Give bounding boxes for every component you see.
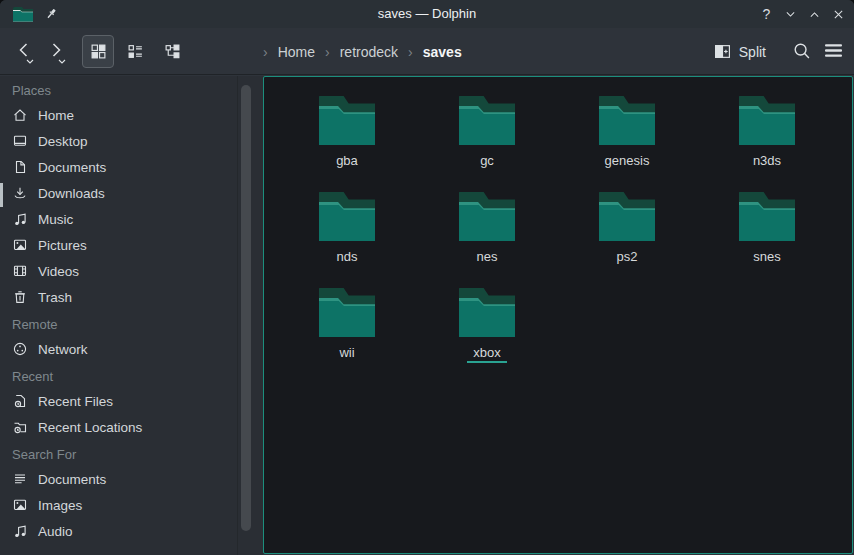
folder-label: wii (333, 345, 360, 363)
split-button-label: Split (739, 44, 766, 60)
folder-icon (739, 191, 795, 241)
close-icon (832, 8, 845, 21)
close-button[interactable] (829, 5, 848, 24)
details-view-icon (127, 43, 144, 60)
folder-label: snes (747, 249, 786, 267)
arrow-right-icon (46, 40, 66, 60)
download-icon (12, 185, 28, 201)
sidebar-item-label: Network (38, 342, 88, 357)
folder-label: n3ds (747, 153, 787, 171)
folder-label: gba (330, 153, 364, 171)
video-icon (12, 263, 28, 279)
sidebar-item-pictures[interactable]: Pictures (0, 232, 237, 258)
icons-view-icon (90, 43, 107, 60)
folder-label: gc (474, 153, 500, 171)
folder-gba[interactable]: gba (277, 95, 417, 191)
folder-icon (739, 95, 795, 145)
search-button[interactable] (792, 41, 812, 61)
sidebar-item-recent-locations[interactable]: Recent Locations (0, 414, 237, 440)
arrow-left-icon (14, 40, 34, 60)
minimize-button[interactable] (781, 5, 800, 24)
help-icon: ? (763, 6, 771, 22)
sidebar-item-label: Recent Locations (38, 420, 142, 435)
hamburger-menu-button[interactable] (824, 42, 843, 59)
folder-gc[interactable]: gc (417, 95, 557, 191)
folder-icon (319, 95, 375, 145)
wallpaper-sliver (0, 183, 3, 207)
sidebar-item-label: Recent Files (38, 394, 113, 409)
text-lines-icon (12, 471, 28, 487)
sidebar-item-network[interactable]: Network (0, 336, 237, 362)
folder-xbox[interactable]: xbox (417, 287, 557, 383)
tree-view-icon (164, 43, 181, 60)
view-mode-group (82, 35, 188, 68)
folder-genesis[interactable]: genesis (557, 95, 697, 191)
folder-nds[interactable]: nds (277, 191, 417, 287)
folder-view[interactable]: gbagcgenesisn3dsndsnesps2sneswiixbox (263, 76, 853, 554)
music-icon (12, 523, 28, 539)
back-button[interactable] (12, 38, 38, 66)
sidebar-item-documents[interactable]: Documents (0, 466, 237, 492)
sidebar-item-label: Audio (38, 524, 73, 539)
details-view-button[interactable] (119, 35, 151, 68)
image-icon (12, 237, 28, 253)
sidebar-item-videos[interactable]: Videos (0, 258, 237, 284)
folder-nes[interactable]: nes (417, 191, 557, 287)
help-button[interactable]: ? (757, 5, 776, 24)
breadcrumb-separator-icon: › (263, 44, 268, 60)
folder-snes[interactable]: snes (697, 191, 837, 287)
folder-icon (599, 191, 655, 241)
sidebar-scrollbar[interactable] (241, 85, 251, 531)
home-icon (12, 107, 28, 123)
breadcrumb-separator-icon: › (408, 44, 413, 60)
titlebar: saves — Dolphin ? (0, 0, 854, 28)
folder-ps2[interactable]: ps2 (557, 191, 697, 287)
forward-button[interactable] (44, 38, 70, 66)
chevron-up-icon (808, 8, 821, 21)
split-view-icon (714, 43, 731, 60)
hamburger-menu-icon (824, 42, 843, 59)
window-title: saves — Dolphin (0, 0, 854, 28)
sidebar-item-trash[interactable]: Trash (0, 284, 237, 310)
sidebar-section-header-places: Places (0, 80, 237, 102)
icons-view-button[interactable] (82, 35, 114, 68)
sidebar-item-downloads[interactable]: Downloads (0, 180, 237, 206)
folder-n3ds[interactable]: n3ds (697, 95, 837, 191)
image-icon (12, 497, 28, 513)
desktop-icon (12, 133, 28, 149)
folder-wii[interactable]: wii (277, 287, 417, 383)
sidebar-item-label: Trash (38, 290, 72, 305)
folder-grid: gbagcgenesisn3dsndsnesps2sneswiixbox (264, 77, 852, 553)
sidebar-item-label: Home (38, 108, 74, 123)
breadcrumb-item-home[interactable]: Home (278, 44, 315, 60)
sidebar-item-label: Videos (38, 264, 79, 279)
sidebar-item-label: Documents (38, 160, 106, 175)
toolbar: ›Home›retrodeck›saves Split (0, 28, 854, 75)
breadcrumb-item-retrodeck[interactable]: retrodeck (340, 44, 398, 60)
recent-folder-icon (12, 419, 28, 435)
sidebar-item-home[interactable]: Home (0, 102, 237, 128)
split-button[interactable]: Split (714, 28, 766, 75)
folder-icon (459, 95, 515, 145)
forward-dropdown-icon (58, 59, 66, 64)
document-icon (12, 159, 28, 175)
folder-label: ps2 (611, 249, 644, 267)
folder-label: nes (471, 249, 504, 267)
folder-icon (459, 287, 515, 337)
breadcrumb: ›Home›retrodeck›saves (263, 28, 462, 75)
sidebar-section-header-search-for: Search For (0, 444, 237, 466)
places-panel: PlacesHomeDesktopDocumentsDownloadsMusic… (0, 76, 263, 555)
sidebar-item-recent-files[interactable]: Recent Files (0, 388, 237, 414)
maximize-button[interactable] (805, 5, 824, 24)
breadcrumb-item-saves[interactable]: saves (423, 44, 462, 60)
tree-view-button[interactable] (156, 35, 188, 68)
sidebar-item-documents[interactable]: Documents (0, 154, 237, 180)
sidebar-item-images[interactable]: Images (0, 492, 237, 518)
sidebar-item-label: Music (38, 212, 73, 227)
sidebar-item-desktop[interactable]: Desktop (0, 128, 237, 154)
folder-icon (599, 95, 655, 145)
sidebar-item-music[interactable]: Music (0, 206, 237, 232)
back-dropdown-icon (26, 59, 34, 64)
sidebar-item-audio[interactable]: Audio (0, 518, 237, 544)
chevron-down-icon (784, 8, 797, 21)
